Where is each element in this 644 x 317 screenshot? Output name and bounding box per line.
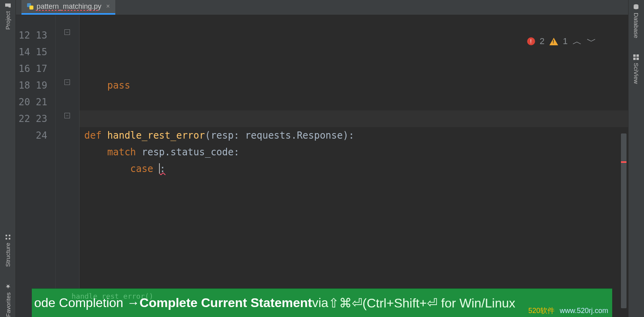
close-icon[interactable]: ×	[106, 3, 110, 10]
structure-tool-tab[interactable]: Structure	[4, 234, 11, 267]
svg-rect-7	[633, 58, 636, 60]
inspection-widget[interactable]: ! 2 1 ︿ ﹀	[527, 35, 597, 48]
prev-highlight-icon[interactable]: ︿	[572, 35, 582, 48]
function-name: handle_rest_error	[107, 130, 205, 141]
error-count: 2	[540, 36, 545, 46]
sciview-label: SciView	[633, 63, 640, 84]
favorites-tool-tab[interactable]: Favorites ★	[4, 283, 12, 317]
sciview-tool-tab[interactable]: SciView	[633, 54, 640, 84]
tip-banner: handle_rest_error() ode Completion → Com…	[32, 288, 612, 317]
next-highlight-icon[interactable]: ﹀	[587, 35, 596, 48]
star-icon: ★	[4, 283, 12, 290]
code-content: pass def handle_rest_error(resp: request…	[84, 77, 628, 194]
tab-title: pattern_matching.py	[37, 2, 101, 11]
banner-rest: (Ctrl+Shift+⏎ for Win/Linux	[363, 296, 515, 311]
warning-icon	[549, 38, 558, 45]
breadcrumb-ghost: handle_rest_error()	[72, 292, 153, 300]
fold-marker[interactable]: −	[64, 113, 70, 118]
database-icon	[633, 4, 640, 10]
banner-action: Complete Current Statement	[140, 296, 312, 310]
svg-rect-8	[636, 58, 639, 60]
code-text: resp.status_code:	[142, 147, 240, 158]
structure-icon	[4, 234, 11, 240]
editor-tabbar: pattern_matching.py ×	[16, 0, 628, 15]
window-root: Project Structure Favorites ★ pattern_ma…	[0, 0, 644, 317]
error-icon: !	[527, 37, 535, 45]
database-tool-tab[interactable]: Database	[633, 4, 640, 38]
keyword: match	[107, 147, 142, 158]
banner-shortcut-mac: ⇧⌘⏎	[328, 296, 363, 311]
svg-rect-0	[9, 238, 10, 240]
fold-marker[interactable]: −	[64, 29, 70, 35]
project-tool-tab[interactable]: Project	[4, 2, 11, 30]
code-text: :	[160, 163, 165, 174]
keyword: case	[130, 163, 159, 174]
banner-via: via	[312, 296, 328, 310]
svg-point-4	[634, 4, 638, 6]
keyword: pass	[107, 80, 130, 91]
favorites-label: Favorites	[4, 292, 11, 317]
svg-rect-5	[633, 54, 636, 57]
structure-label: Structure	[4, 243, 11, 267]
project-label: Project	[4, 11, 11, 30]
python-file-icon	[27, 3, 33, 10]
svg-rect-2	[6, 238, 7, 240]
folder-icon	[4, 2, 11, 9]
fold-gutter: − − −	[56, 15, 80, 317]
watermark-cn: 520软件	[528, 307, 555, 315]
editor-tab[interactable]: pattern_matching.py ×	[21, 0, 115, 15]
svg-rect-3	[6, 235, 7, 236]
svg-rect-6	[636, 54, 639, 57]
watermark-url: www.520rj.com	[560, 307, 608, 315]
editor-center: pattern_matching.py × 12 13 14 15 16 17 …	[16, 0, 628, 317]
line-number-gutter: 12 13 14 15 16 17 18 19 20 21 22 23 24	[16, 15, 56, 317]
database-label: Database	[633, 13, 640, 38]
grid-icon	[633, 54, 640, 60]
code-editor[interactable]: pass def handle_rest_error(resp: request…	[80, 15, 628, 317]
warning-count: 1	[563, 36, 568, 46]
code-text: (resp: requests.Response):	[205, 130, 354, 141]
watermark: 520软件 www.520rj.com	[528, 306, 608, 315]
keyword: def	[84, 130, 107, 141]
fold-marker[interactable]: −	[64, 79, 70, 85]
tab-error-underline	[36, 10, 99, 11]
editor-area[interactable]: 12 13 14 15 16 17 18 19 20 21 22 23 24 −…	[16, 15, 628, 317]
svg-rect-1	[9, 235, 10, 236]
left-tool-rail: Project Structure Favorites ★	[0, 0, 16, 317]
right-tool-rail: Database SciView	[628, 0, 644, 317]
